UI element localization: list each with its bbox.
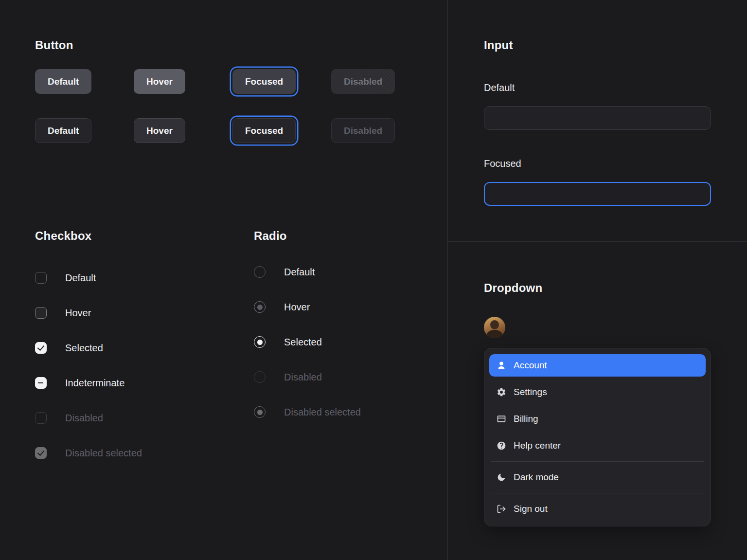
radio-row-disabled: Disabled [254, 371, 447, 383]
button-section: Button Default Hover Focused Disabled De… [0, 0, 448, 190]
checkbox-section-title: Checkbox [35, 229, 224, 243]
checkbox-disabled [35, 412, 47, 424]
radio-section-title: Radio [254, 229, 447, 243]
menu-item-label: Account [514, 360, 547, 371]
menu-item-billing[interactable]: Billing [489, 408, 706, 430]
checkbox-row-hover: Hover [35, 307, 224, 319]
checkbox-label: Indeterminate [65, 377, 124, 389]
button-filled-default[interactable]: Default [35, 69, 91, 94]
dropdown-menu: Account Settings Billing Help center [484, 348, 711, 526]
button-filled-disabled: Disabled [331, 69, 395, 94]
radio-label: Hover [284, 301, 310, 313]
radio-label: Disabled [284, 371, 322, 383]
moon-icon [497, 472, 506, 482]
menu-item-sign-out[interactable]: Sign out [489, 498, 706, 520]
avatar[interactable] [484, 317, 505, 338]
radio-row-hover: Hover [254, 301, 447, 313]
radio-default[interactable] [254, 266, 266, 278]
radio-label: Disabled selected [284, 406, 361, 418]
radio-selected[interactable] [254, 336, 266, 348]
dropdown-section-title: Dropdown [484, 281, 747, 295]
menu-item-label: Billing [514, 414, 538, 424]
radio-label: Default [284, 266, 315, 278]
checkbox-list: Default Hover Selected Indeterminate Dis… [35, 272, 224, 459]
radio-disabled-selected [254, 406, 266, 418]
checkbox-row-disabled-selected: Disabled selected [35, 447, 224, 459]
button-row-filled: Default Hover Focused Disabled [35, 69, 447, 94]
radio-row-default: Default [254, 266, 447, 278]
radio-section: Radio Default Hover Selected Disabled Di… [224, 190, 448, 560]
menu-item-settings[interactable]: Settings [489, 381, 706, 403]
checkbox-indeterminate[interactable] [35, 377, 47, 389]
checkbox-row-indeterminate: Indeterminate [35, 377, 224, 389]
menu-item-help-center[interactable]: Help center [489, 434, 706, 457]
menu-divider [491, 461, 704, 462]
menu-item-label: Dark mode [514, 472, 559, 483]
sign-out-icon [497, 504, 506, 514]
radio-row-disabled-selected: Disabled selected [254, 406, 447, 418]
button-filled-focused[interactable]: Focused [232, 69, 296, 94]
menu-item-label: Sign out [514, 504, 548, 514]
input-focused-label: Focused [484, 158, 747, 169]
radio-disabled [254, 371, 266, 383]
button-filled-hover[interactable]: Hover [134, 69, 185, 94]
checkbox-label: Default [65, 272, 96, 284]
checkbox-label: Disabled [65, 412, 103, 424]
input-section: Input Default Focused [448, 0, 747, 242]
button-outline-disabled: Disabled [331, 118, 395, 143]
checkbox-section: Checkbox Default Hover Selected Indeterm… [0, 190, 224, 560]
radio-row-selected: Selected [254, 336, 447, 348]
checkbox-row-selected: Selected [35, 342, 224, 354]
credit-card-icon [497, 414, 506, 424]
button-row-outline: Default Hover Focused Disabled [35, 118, 447, 143]
text-input-default[interactable] [484, 106, 711, 130]
button-outline-focused[interactable]: Focused [232, 118, 296, 143]
checkbox-label: Hover [65, 307, 91, 319]
menu-item-account[interactable]: Account [489, 354, 706, 377]
radio-hover[interactable] [254, 301, 266, 313]
button-outline-default[interactable]: Default [35, 118, 91, 143]
button-outline-hover[interactable]: Hover [134, 118, 185, 143]
input-section-title: Input [484, 38, 747, 52]
user-icon [497, 361, 506, 370]
menu-divider [491, 493, 704, 493]
radio-label: Selected [284, 336, 322, 348]
help-circle-icon [497, 441, 506, 451]
checkbox-hover[interactable] [35, 307, 47, 319]
dropdown-section: Dropdown Account Settings Billing [448, 242, 747, 560]
checkbox-default[interactable] [35, 272, 47, 284]
checkbox-row-default: Default [35, 272, 224, 284]
text-input-focused[interactable] [484, 182, 711, 206]
checkbox-label: Disabled selected [65, 447, 142, 459]
button-section-title: Button [35, 38, 447, 52]
menu-item-dark-mode[interactable]: Dark mode [489, 466, 706, 488]
component-gallery: Button Default Hover Focused Disabled De… [0, 0, 747, 560]
gear-icon [497, 387, 506, 397]
menu-item-label: Settings [514, 387, 547, 397]
checkbox-row-disabled: Disabled [35, 412, 224, 424]
checkbox-label: Selected [65, 342, 103, 354]
checkbox-disabled-selected [35, 447, 47, 459]
radio-list: Default Hover Selected Disabled Disabled… [254, 266, 447, 418]
menu-item-label: Help center [514, 440, 561, 451]
button-rows: Default Hover Focused Disabled Default H… [35, 69, 447, 143]
checkbox-selected[interactable] [35, 342, 47, 354]
input-default-label: Default [484, 82, 747, 93]
